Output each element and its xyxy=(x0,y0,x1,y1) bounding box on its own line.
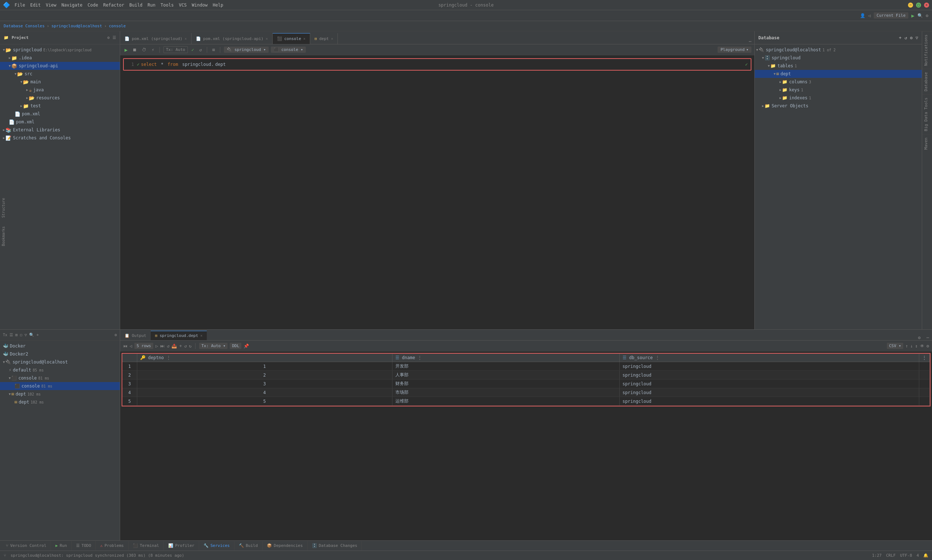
cell-dname-3[interactable]: 财务部 xyxy=(392,380,619,388)
tree-item-pom-api[interactable]: 📄 pom.xml xyxy=(0,110,120,118)
services-filter-icon[interactable]: ▽ xyxy=(25,332,27,337)
minimize-button[interactable]: − xyxy=(908,3,913,8)
tree-item-resources[interactable]: ▶ 📂 resources xyxy=(0,94,120,102)
tab-console[interactable]: ⬛ console × xyxy=(273,33,310,44)
result-view-icon[interactable]: 👁 xyxy=(920,343,924,349)
menu-tools[interactable]: Tools xyxy=(160,3,174,8)
sort-icon3[interactable]: ⋮ xyxy=(655,355,660,360)
grid-icon[interactable]: ⊞ xyxy=(211,46,216,53)
db-settings-icon[interactable]: ⚙ xyxy=(910,35,913,40)
table-row[interactable]: 2 2 人事部 springcloud xyxy=(122,371,930,380)
service-item-dept-parent[interactable]: ▼ ⊞ dept 102 ms xyxy=(0,390,120,398)
menu-vcs[interactable]: VCS xyxy=(179,3,187,8)
tab-close-console[interactable]: × xyxy=(303,37,305,41)
encoding[interactable]: UTF-8 xyxy=(900,553,912,558)
tab-close-pom-springcloud[interactable]: × xyxy=(185,37,187,41)
run-sql-button[interactable]: ▶ xyxy=(123,46,129,54)
tab-database-changes[interactable]: 🗄️ Database Changes xyxy=(308,541,362,551)
menu-code[interactable]: Code xyxy=(88,3,98,8)
service-item-springcloud-connection[interactable]: ▼ 🔌 springcloud@localhost xyxy=(0,358,120,366)
service-item-docker[interactable]: 🐳 Docker xyxy=(0,342,120,350)
menu-refactor[interactable]: Refactor xyxy=(103,3,124,8)
first-page-icon[interactable]: ⏮ xyxy=(123,343,128,349)
db-server-objects[interactable]: ▶ 📁 Server Objects xyxy=(755,102,922,110)
window-controls[interactable]: − □ × xyxy=(908,3,929,8)
indent-icon[interactable]: 4 xyxy=(917,553,919,558)
tab-todo[interactable]: ☰ TODO xyxy=(72,541,96,551)
menu-bar[interactable]: File Edit View Navigate Code Refactor Bu… xyxy=(15,3,223,8)
db-filter-icon[interactable]: ▽ xyxy=(916,35,918,40)
tx-auto-label[interactable]: Tx: Auto xyxy=(163,46,188,53)
cell-deptno-1[interactable]: 1 xyxy=(137,362,392,371)
tab-problems[interactable]: ⚠ Problems xyxy=(96,541,128,551)
big-data-tools-tab[interactable]: Big Data Tools xyxy=(922,94,932,134)
refresh-icon[interactable]: ↺ xyxy=(167,343,169,349)
cell-dname-4[interactable]: 市场部 xyxy=(392,388,619,397)
cell-dname-2[interactable]: 人事部 xyxy=(392,371,619,380)
springcloud-db-selector[interactable]: 🔌 springcloud ▾ xyxy=(224,46,269,53)
menu-file[interactable]: File xyxy=(15,3,25,8)
sort-icon[interactable]: ⋮ xyxy=(166,355,171,360)
db-tables-folder[interactable]: ▼ 📁 tables 1 xyxy=(755,62,922,70)
sql-editor-box[interactable]: 1 ✓ select * from springcloud. dept ✓ xyxy=(123,58,752,71)
db-indexes-folder[interactable]: ▶ 📁 indexes 1 xyxy=(755,94,922,102)
breadcrumb-console[interactable]: console xyxy=(109,24,126,28)
result-settings-icon[interactable]: ⚙ xyxy=(927,343,929,349)
console-selector[interactable]: ⬛ console ▾ xyxy=(271,46,306,53)
current-file-dropdown[interactable]: Current File xyxy=(874,12,908,18)
menu-build[interactable]: Build xyxy=(129,3,142,8)
last-page-icon[interactable]: ⏭ xyxy=(160,343,165,349)
add-col-icon[interactable]: ⋮ xyxy=(922,355,927,360)
tab-terminal[interactable]: ⬛ Terminal xyxy=(128,541,164,551)
db-connection-item[interactable]: ▼ 🔌 springcloud@localhost 1 of 2 xyxy=(755,46,922,54)
tab-profiler[interactable]: 📊 Profiler xyxy=(164,541,199,551)
toolbar-settings-icon[interactable]: ⚙ xyxy=(926,13,928,18)
db-columns-folder[interactable]: ▶ 📁 columns 3 xyxy=(755,78,922,86)
output-tab-output[interactable]: 📋 Output xyxy=(120,331,151,340)
menu-navigate[interactable]: Navigate xyxy=(62,3,83,8)
db-schema-item[interactable]: ▼ 🗄️ springcloud xyxy=(755,54,922,62)
service-item-default[interactable]: ⚡ default 85 ms xyxy=(0,366,120,374)
menu-run[interactable]: Run xyxy=(148,3,156,8)
services-settings-icon[interactable]: ⚙ xyxy=(114,332,117,337)
tab-pom-springcloud-api[interactable]: 📄 pom.xml (springcloud-api) × xyxy=(191,33,273,44)
project-collapse-icon[interactable]: ☰ xyxy=(112,35,116,40)
notifications-icon[interactable]: 🔔 xyxy=(923,553,928,558)
cell-deptno-5[interactable]: 5 xyxy=(137,397,392,406)
services-list-icon[interactable]: ☰ xyxy=(9,332,13,337)
tree-item-idea[interactable]: ▶ 📁 .idea xyxy=(0,54,120,62)
user-icon[interactable]: 👤 xyxy=(860,13,866,18)
cell-deptno-3[interactable]: 3 xyxy=(137,380,392,388)
th-db-source[interactable]: ☰ db_source ⋮ xyxy=(619,354,919,362)
breadcrumb-connection[interactable]: springcloud@localhost xyxy=(51,24,102,28)
cell-dname-1[interactable]: 开发部 xyxy=(392,362,619,371)
menu-window[interactable]: Window xyxy=(192,3,208,8)
next-page-icon[interactable]: ▷ xyxy=(156,343,158,349)
tx-auto-result[interactable]: Tx: Auto ▾ xyxy=(199,343,228,349)
tree-item-java[interactable]: ▶ ☕ java xyxy=(0,86,120,94)
menu-edit[interactable]: Edit xyxy=(30,3,41,8)
notifications-tab[interactable]: Notifications xyxy=(922,31,932,69)
tab-pom-springcloud[interactable]: 📄 pom.xml (springcloud) × xyxy=(120,33,191,44)
maximize-button[interactable]: □ xyxy=(916,3,921,8)
service-item-console-parent[interactable]: ▼ ⬛ console 81 ms xyxy=(0,374,120,382)
result-filter-icon[interactable]: ↕ xyxy=(915,343,918,349)
output-tab-springcloud-dept[interactable]: ⊞ springcloud.dept × xyxy=(151,331,207,340)
tab-dept[interactable]: ⊞ dept × xyxy=(310,33,338,44)
tab-run[interactable]: ▶ Run xyxy=(51,541,72,551)
tab-close-pom-api[interactable]: × xyxy=(266,37,268,41)
run-button[interactable]: ▶ xyxy=(911,13,914,18)
output-settings-icon[interactable]: ⚙ xyxy=(915,335,924,340)
tree-item-test[interactable]: ▶ 📁 test xyxy=(0,102,120,110)
check-icon[interactable]: ✓ xyxy=(190,46,196,53)
tree-item-scratches[interactable]: ▶ 📝 Scratches and Consoles xyxy=(0,134,120,142)
tab-version-control[interactable]: ⑂ Version Control xyxy=(2,541,51,551)
table-row[interactable]: 5 5 运维部 springcloud xyxy=(122,397,930,406)
undo-icon[interactable]: ↺ xyxy=(184,343,187,349)
db-refresh-icon[interactable]: ↺ xyxy=(904,35,907,40)
cell-dbsource-1[interactable]: springcloud xyxy=(619,362,919,371)
tab-build[interactable]: 🔨 Build xyxy=(234,541,262,551)
sort-asc-icon[interactable]: ↑ xyxy=(906,343,908,349)
tree-item-external-libs[interactable]: ▶ 📚 External Libraries xyxy=(0,126,120,134)
database-tab[interactable]: Database xyxy=(922,69,932,94)
